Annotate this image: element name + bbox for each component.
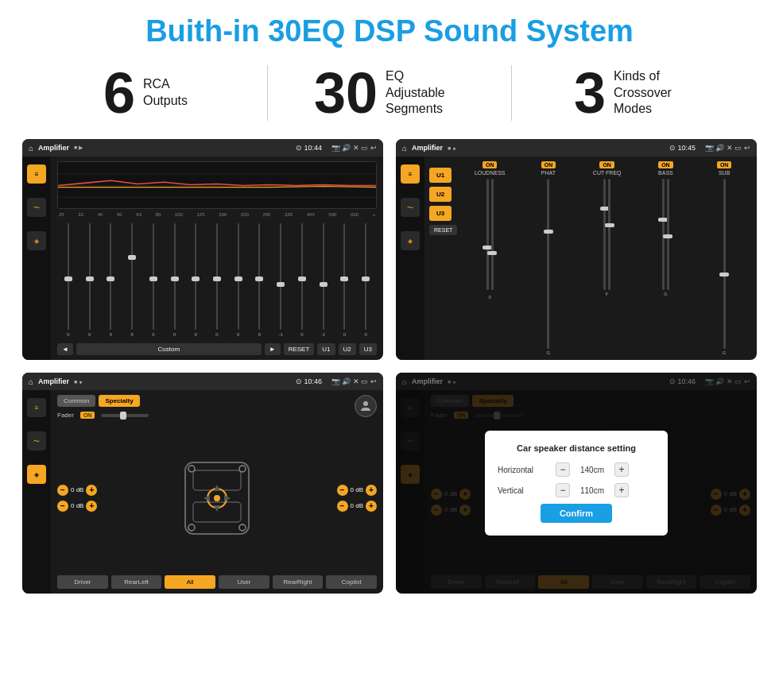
loudness-slider-2[interactable] <box>491 179 494 290</box>
slider-8[interactable]: 0 <box>207 223 227 337</box>
loudness-sliders <box>486 179 494 290</box>
slider-3[interactable]: 0 <box>101 223 120 337</box>
slider-9[interactable]: 0 <box>229 223 248 337</box>
btn-user[interactable]: User <box>219 575 269 589</box>
fader-h-slider[interactable] <box>101 414 149 417</box>
cutfreq-on: ON <box>599 161 614 168</box>
freq-630: 630 <box>351 212 358 217</box>
time-3: ⊙ 10:46 <box>296 377 322 385</box>
phat-on: ON <box>541 161 556 168</box>
vol-minus-1[interactable]: − <box>57 485 68 496</box>
eq-next-btn[interactable]: ► <box>265 343 281 355</box>
loudness-slider-1[interactable] <box>486 179 489 290</box>
slider-val-1: 0 <box>67 332 69 337</box>
slider-7[interactable]: 0 <box>186 223 205 337</box>
slider-2[interactable]: 0 <box>80 223 99 337</box>
vol-plus-4[interactable]: + <box>366 501 377 512</box>
eq-reset-btn[interactable]: RESET <box>284 343 315 355</box>
sub-slider[interactable] <box>723 179 726 349</box>
sidebar-wave-icon[interactable]: 〜 <box>27 198 46 217</box>
vertical-plus-btn[interactable]: + <box>614 483 629 497</box>
eq-u3-btn[interactable]: U3 <box>359 343 377 355</box>
vol-ctrl-1: − 0 dB + <box>57 485 97 496</box>
app-name-3: Amplifier <box>38 377 69 385</box>
bass-slider-2[interactable] <box>667 179 669 290</box>
btn-copilot[interactable]: Copilot <box>326 575 377 589</box>
eq-graph <box>57 161 377 209</box>
slider-10[interactable]: 0 <box>250 223 269 337</box>
amp-sidebar-eq-icon[interactable]: ≡ <box>401 164 420 184</box>
home-icon-2: ⌂ <box>402 144 407 153</box>
sidebar-vol-icon[interactable]: ◈ <box>27 231 46 250</box>
slider-5[interactable]: 0 <box>144 223 163 337</box>
freq-250: 250 <box>262 212 270 217</box>
slider-track-1 <box>68 223 69 330</box>
fader-sidebar-vol-icon[interactable]: ◈ <box>27 465 46 484</box>
freq-50: 50 <box>117 212 122 217</box>
fader-sidebar-wave-icon[interactable]: 〜 <box>27 431 46 451</box>
horizontal-stepper: − 140cm + <box>556 462 629 477</box>
eq-u2-btn[interactable]: U2 <box>339 343 356 355</box>
cutfreq-slider-1[interactable] <box>603 179 606 290</box>
confirm-button[interactable]: Confirm <box>541 504 612 523</box>
freq-100: 100 <box>175 212 183 217</box>
stat-eq-number: 30 <box>314 64 378 122</box>
svg-marker-12 <box>203 495 210 501</box>
preset-u1[interactable]: U1 <box>429 168 452 183</box>
slider-track-2 <box>89 223 91 330</box>
eq-prev-btn[interactable]: ◄ <box>57 343 73 355</box>
bass-val: G <box>664 292 668 296</box>
tab-specialty[interactable]: Specialty <box>99 395 139 407</box>
slider-13[interactable]: -1 <box>314 223 333 337</box>
slider-track-9 <box>238 223 239 330</box>
slider-track-15 <box>365 223 366 330</box>
btn-all[interactable]: All <box>165 575 215 589</box>
eq-content: ≡ 〜 ◈ <box>22 157 383 360</box>
preset-u3[interactable]: U3 <box>429 206 452 221</box>
freq-320: 320 <box>285 212 293 217</box>
slider-15[interactable]: 0 <box>356 223 375 337</box>
tab-common[interactable]: Common <box>57 395 95 407</box>
slider-4[interactable]: 5 <box>122 223 141 337</box>
btn-rearleft[interactable]: RearLeft <box>111 575 162 589</box>
vol-minus-4[interactable]: − <box>337 501 348 512</box>
btn-rearright[interactable]: RearRight <box>273 575 324 589</box>
phat-slider[interactable] <box>547 179 549 349</box>
slider-6[interactable]: 0 <box>165 223 184 337</box>
vol-plus-3[interactable]: + <box>366 485 377 496</box>
vol-plus-2[interactable]: + <box>86 501 97 512</box>
amp-sidebar-vol-icon[interactable]: ◈ <box>401 231 420 250</box>
vol-minus-3[interactable]: − <box>337 485 348 496</box>
left-vol-controls: − 0 dB + − 0 dB + <box>57 423 97 572</box>
slider-track-14 <box>343 223 345 330</box>
slider-12[interactable]: 0 <box>293 223 312 337</box>
horizontal-minus-btn[interactable]: − <box>556 462 570 477</box>
home-icon-3: ⌂ <box>29 377 33 386</box>
stat-rca-text: RCAOutputs <box>143 76 188 110</box>
fader-sidebar-eq-icon[interactable]: ≡ <box>27 398 46 417</box>
slider-1[interactable]: 0 <box>59 223 78 337</box>
bass-sliders <box>662 179 669 290</box>
amp-sidebar-wave-icon[interactable]: 〜 <box>401 198 420 217</box>
freq-500: 500 <box>328 212 336 217</box>
preset-u2[interactable]: U2 <box>429 187 452 202</box>
slider-val-5: 0 <box>152 332 154 337</box>
screen-dialog: ⌂ Amplifier ■ ● ⊙ 10:46 📷 🔊 ✕ ▭ ↩ ≡ 〜 ◈ … <box>396 373 757 594</box>
amp-reset-btn[interactable]: RESET <box>429 225 457 235</box>
vertical-minus-btn[interactable]: − <box>556 483 570 497</box>
amp-right-area: U1 U2 U3 RESET ON LOUDNESS <box>424 157 757 360</box>
eq-sliders-area: 0 0 0 5 0 <box>57 220 377 340</box>
vol-plus-1[interactable]: + <box>86 485 97 496</box>
slider-track-6 <box>174 223 176 330</box>
vol-minus-2[interactable]: − <box>57 501 68 512</box>
cutfreq-slider-2[interactable] <box>608 179 610 290</box>
sidebar-eq-icon[interactable]: ≡ <box>27 164 46 184</box>
horizontal-plus-btn[interactable]: + <box>614 462 629 477</box>
dialog-title: Car speaker distance setting <box>498 443 655 453</box>
slider-14[interactable]: 0 <box>335 223 355 337</box>
btn-driver[interactable]: Driver <box>57 575 108 589</box>
slider-11[interactable]: -1 <box>271 223 290 337</box>
home-icon-1: ⌂ <box>29 144 33 153</box>
stat-crossover-number: 3 <box>574 64 606 122</box>
eq-u1-btn[interactable]: U1 <box>317 343 335 355</box>
